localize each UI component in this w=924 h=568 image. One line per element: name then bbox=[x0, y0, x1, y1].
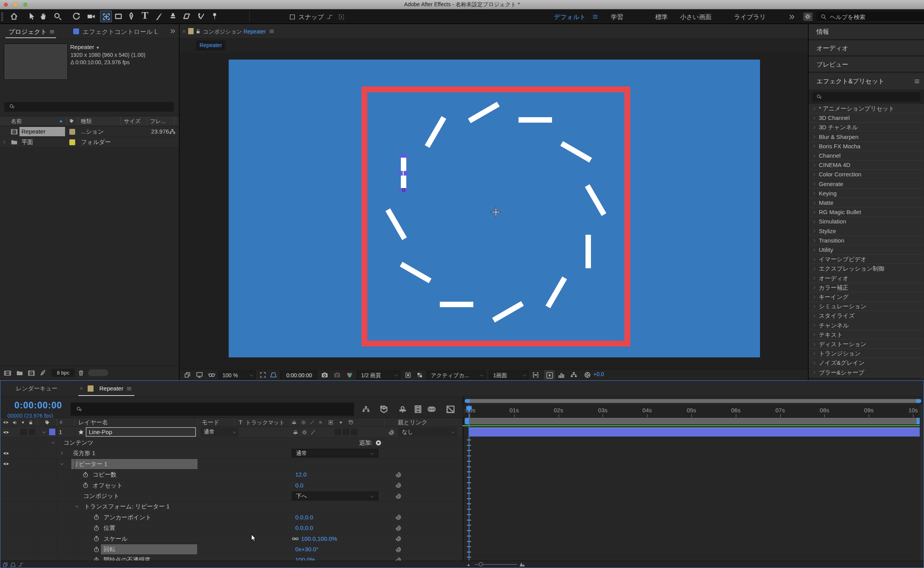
hand-tool-button[interactable] bbox=[38, 11, 49, 22]
time-ruler[interactable]: :00s01s02s03s04s05s06s07s08s09s10s bbox=[462, 405, 924, 418]
stopwatch-icon[interactable] bbox=[93, 514, 100, 521]
label-color-chip[interactable] bbox=[69, 139, 75, 145]
comp-subtab[interactable]: Repeater bbox=[196, 40, 226, 51]
pickwhip-icon[interactable] bbox=[395, 471, 402, 478]
help-search-field[interactable]: ヘルプを検索 bbox=[816, 12, 924, 22]
property-row-1[interactable]: コンテンツ追加: bbox=[0, 438, 462, 448]
clone-stamp-tool-button[interactable] bbox=[167, 11, 179, 22]
panel-section-1[interactable]: 情報 bbox=[809, 24, 924, 40]
effect-category-row[interactable]: ブラー&シャープ bbox=[809, 368, 924, 377]
property-value[interactable]: 0.0,0.0 bbox=[295, 514, 313, 521]
property-label[interactable]: スケール bbox=[104, 535, 127, 543]
adjustment-icon[interactable] bbox=[39, 369, 46, 376]
comp-mini-flowchart-icon[interactable] bbox=[362, 405, 370, 413]
close-tab-icon[interactable] bbox=[182, 29, 187, 34]
property-row-11[interactable]: 回転0x+30.0° bbox=[0, 544, 462, 555]
effect-category-row[interactable]: テキスト bbox=[809, 330, 924, 339]
magnification-dropdown[interactable]: 100 % bbox=[218, 371, 256, 379]
layer-switch-icon[interactable] bbox=[293, 429, 298, 435]
pickwhip-icon[interactable] bbox=[395, 535, 402, 542]
stopwatch-icon[interactable] bbox=[93, 525, 100, 531]
zoom-in-icon[interactable] bbox=[519, 561, 525, 568]
work-area-bar[interactable] bbox=[465, 418, 921, 424]
rotate-tool-button[interactable] bbox=[71, 11, 82, 22]
timeline-menu-icon[interactable] bbox=[126, 386, 132, 392]
bpc-button[interactable]: 8 bpc bbox=[51, 369, 75, 377]
add-property-icon[interactable] bbox=[375, 440, 382, 446]
column-frames[interactable]: フレ... bbox=[150, 118, 166, 125]
tab-project[interactable]: プロジェクト bbox=[9, 28, 47, 36]
switch-box[interactable] bbox=[29, 429, 35, 435]
column-type[interactable]: 種類 bbox=[81, 118, 92, 125]
pixel-aspect-icon[interactable] bbox=[532, 371, 539, 378]
effect-category-row[interactable]: トランジション bbox=[809, 349, 924, 358]
comp-flowchart-icon[interactable] bbox=[570, 371, 577, 378]
motion-blur-toggle-icon[interactable] bbox=[10, 562, 16, 568]
comp-tab-label[interactable]: コンポジション Repeater bbox=[203, 28, 266, 35]
property-value[interactable]: 0.0 bbox=[295, 482, 303, 489]
brush-tool-button[interactable] bbox=[153, 11, 165, 22]
tab-comp-timeline[interactable]: Repeater bbox=[99, 385, 123, 392]
property-row-6[interactable]: コンポジット下へ bbox=[0, 491, 462, 501]
graph-editor-icon[interactable] bbox=[446, 405, 455, 414]
property-label[interactable]: コンポジット bbox=[83, 492, 119, 500]
rect-tool-button[interactable] bbox=[113, 11, 124, 22]
target-region-icon[interactable] bbox=[405, 372, 411, 378]
pickwhip-icon[interactable] bbox=[395, 493, 402, 499]
workspace-menu-icon[interactable] bbox=[592, 14, 598, 20]
effect-category-row[interactable]: RG Magic Bullet bbox=[809, 208, 924, 217]
lock-icon[interactable] bbox=[195, 28, 201, 34]
timeline-navigator-bar[interactable] bbox=[465, 399, 921, 403]
effect-category-row[interactable]: Channel bbox=[809, 151, 924, 160]
property-row-2[interactable]: 長方形 1通常 bbox=[0, 448, 462, 459]
property-label[interactable]: コンテンツ bbox=[63, 439, 93, 447]
panel-section-2[interactable]: オーディオ bbox=[809, 40, 924, 56]
effect-category-row[interactable]: エクスプレッション制御 bbox=[809, 264, 924, 273]
property-row-9[interactable]: 位置0.0,0.0 bbox=[0, 523, 462, 533]
new-folder-icon[interactable] bbox=[16, 369, 23, 377]
exposure-value[interactable]: +0.0 bbox=[593, 371, 604, 377]
transparent-bg-icon[interactable] bbox=[416, 372, 423, 378]
column-size[interactable]: サイズ bbox=[124, 118, 141, 125]
pickwhip-icon[interactable] bbox=[395, 514, 402, 521]
eye-icon[interactable] bbox=[3, 429, 9, 436]
property-row-5[interactable]: オフセット0.0 bbox=[0, 480, 462, 491]
pickwhip-icon[interactable] bbox=[395, 546, 402, 553]
expand-layer-icon[interactable] bbox=[42, 430, 47, 435]
tab-render-queue[interactable]: レンダーキュー bbox=[16, 385, 58, 392]
draft-3d-icon[interactable] bbox=[379, 405, 388, 414]
effect-category-row[interactable]: Keying bbox=[809, 189, 924, 198]
zoom-out-icon[interactable] bbox=[467, 562, 472, 567]
pen-tool-button[interactable] bbox=[125, 11, 137, 22]
parent-pickwhip-icon[interactable] bbox=[388, 429, 395, 436]
stopwatch-icon[interactable] bbox=[93, 546, 100, 553]
stopwatch-icon[interactable] bbox=[93, 535, 100, 542]
effect-category-row[interactable]: Boris FX Mocha bbox=[809, 142, 924, 151]
layer-duration-bar[interactable] bbox=[469, 427, 920, 437]
chevron-down-icon[interactable] bbox=[74, 504, 79, 509]
constrain-proportions-icon[interactable] bbox=[292, 535, 299, 542]
eye-icon[interactable] bbox=[3, 461, 9, 467]
property-dropdown[interactable]: 下へ bbox=[292, 492, 378, 500]
property-label[interactable]: コピー数 bbox=[93, 471, 116, 478]
tab-effect-controls[interactable]: エフェクトコントロール L bbox=[83, 28, 164, 36]
property-label[interactable]: 位置 bbox=[104, 524, 115, 532]
property-value[interactable]: 12.0 bbox=[295, 471, 307, 478]
effect-category-row[interactable]: Matte bbox=[809, 198, 924, 208]
effect-category-row[interactable]: スタイライズ bbox=[809, 311, 924, 320]
effect-category-row[interactable]: オーディオ bbox=[809, 274, 924, 283]
preview-item-name[interactable]: Repeater ▼ bbox=[70, 44, 100, 50]
effect-category-row[interactable]: キーイング bbox=[809, 292, 924, 302]
pickwhip-icon[interactable] bbox=[395, 482, 402, 489]
effect-category-row[interactable]: カラー補正 bbox=[809, 283, 924, 292]
chevron-down-icon[interactable] bbox=[60, 462, 64, 466]
effect-category-row[interactable]: Stylize bbox=[809, 227, 924, 236]
workspace-tab-5[interactable]: ライブラリ bbox=[723, 13, 777, 21]
stopwatch-icon[interactable] bbox=[82, 482, 89, 489]
effect-category-row[interactable]: * アニメーションプリセット bbox=[809, 104, 924, 113]
parent-dropdown[interactable]: なし bbox=[398, 427, 457, 436]
snapshot-icon[interactable] bbox=[321, 371, 328, 379]
chevron-down-icon[interactable] bbox=[51, 440, 55, 445]
workspace-tab-4[interactable]: 小さい画面 bbox=[668, 13, 723, 21]
zoom-tool-button[interactable] bbox=[52, 11, 63, 22]
